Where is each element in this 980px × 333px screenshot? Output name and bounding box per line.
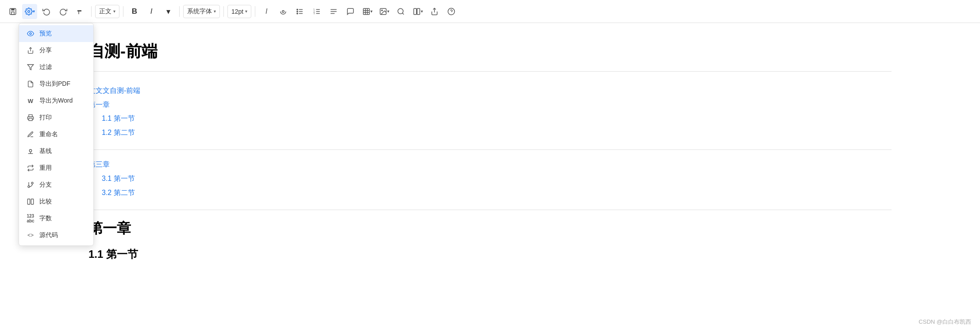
dropdown-item-baseline[interactable]: 基线 xyxy=(19,143,93,160)
toc-link-0[interactable]: 文文文自测-前端 xyxy=(88,85,892,96)
svg-rect-21 xyxy=(363,8,369,15)
align-button[interactable] xyxy=(326,4,341,19)
format-painter-button[interactable] xyxy=(73,4,88,19)
filter-icon xyxy=(26,63,35,72)
dropdown-item-preview[interactable]: 预览 xyxy=(19,25,93,42)
toc-link-3-2[interactable]: 3.2 第二节 xyxy=(102,187,892,199)
divider-5 xyxy=(255,6,255,17)
share-icon xyxy=(26,46,35,55)
comment-button[interactable] xyxy=(343,4,358,19)
toc-link-3[interactable]: 第三章 xyxy=(88,159,892,170)
svg-text:3.: 3. xyxy=(314,12,315,15)
settings-button[interactable]: ▾ xyxy=(22,4,37,19)
print-icon xyxy=(26,113,35,122)
document-content: 自测-前端 文文文自测-前端 第一章 1.1 第一节 1.2 第二节 第三章 3… xyxy=(0,23,980,279)
bullet-list-button[interactable] xyxy=(292,4,307,19)
dropdown-label-branch: 分支 xyxy=(39,181,52,189)
watermark: CSDN @白白布凯西 xyxy=(919,318,971,326)
dropdown-label-preview: 预览 xyxy=(39,30,52,38)
dropdown-item-export-pdf[interactable]: 导出到PDF xyxy=(19,76,93,92)
font-name-chevron: ▾ xyxy=(214,9,216,14)
italic-button[interactable]: I xyxy=(144,4,159,19)
settings-dropdown-menu: 预览 分享 过滤 导出到PDF W 导出为Word xyxy=(19,23,94,246)
dropdown-label-wordcount: 字数 xyxy=(39,214,52,222)
redo-button[interactable] xyxy=(56,4,71,19)
search-button[interactable] xyxy=(393,4,408,19)
svg-rect-45 xyxy=(27,199,30,204)
undo-button[interactable] xyxy=(39,4,54,19)
table-button[interactable]: ▾ xyxy=(360,4,375,19)
dropdown-label-print: 打印 xyxy=(39,114,52,122)
svg-point-43 xyxy=(31,182,33,184)
save-button[interactable] xyxy=(5,4,20,19)
toolbar: ▾ 正文 ▾ B I ▾ xyxy=(0,0,980,23)
paragraph-style-select[interactable]: 正文 ▾ xyxy=(95,5,119,18)
help-button[interactable] xyxy=(444,4,459,19)
dropdown-item-branch[interactable]: 分支 xyxy=(19,176,93,193)
dropdown-item-reuse[interactable]: 重用 xyxy=(19,160,93,176)
image-button[interactable]: ▾ xyxy=(377,4,392,19)
preview-icon xyxy=(26,29,35,38)
dropdown-label-share: 分享 xyxy=(39,46,52,54)
toc-link-1[interactable]: 第一章 xyxy=(88,99,892,111)
toc-link-1-1[interactable]: 1.1 第一节 xyxy=(102,113,892,124)
dropdown-item-share[interactable]: 分享 xyxy=(19,42,93,59)
panel-view-button[interactable]: ▾ xyxy=(410,4,425,19)
dropdown-item-rename[interactable]: 重命名 xyxy=(19,126,93,143)
dropdown-label-reuse: 重用 xyxy=(39,164,52,172)
compare-icon xyxy=(26,197,35,206)
dropdown-item-print[interactable]: 打印 xyxy=(19,109,93,126)
svg-rect-30 xyxy=(414,8,416,15)
rename-icon xyxy=(26,130,35,139)
dropdown-label-baseline: 基线 xyxy=(39,147,52,155)
dropdown-item-export-word[interactable]: W 导出为Word xyxy=(19,92,93,109)
svg-point-44 xyxy=(28,186,30,188)
document-title: 自测-前端 xyxy=(88,41,892,72)
text-format-dropdown-button[interactable]: ▾ xyxy=(161,4,176,19)
dropdown-item-filter[interactable]: 过滤 xyxy=(19,59,93,76)
dropdown-label-compare: 比较 xyxy=(39,198,52,206)
export-button[interactable] xyxy=(427,4,442,19)
dropdown-item-compare[interactable]: 比较 xyxy=(19,193,93,210)
dropdown-item-wordcount[interactable]: 123abc 字数 xyxy=(19,210,93,227)
toc-link-1-2[interactable]: 1.2 第二节 xyxy=(102,127,892,138)
svg-point-11 xyxy=(297,13,298,14)
svg-point-40 xyxy=(29,149,31,152)
paragraph-style-chevron: ▾ xyxy=(113,9,115,14)
dropdown-label-export-word: 导出为Word xyxy=(39,97,73,105)
svg-point-5 xyxy=(282,10,284,12)
divider-4 xyxy=(223,6,224,17)
special-char-button[interactable] xyxy=(276,4,291,19)
font-size-select[interactable]: 12pt ▾ xyxy=(227,5,251,18)
numbered-list-button[interactable]: 1. 2. 3. xyxy=(309,4,324,19)
italic2-button[interactable]: I xyxy=(259,4,274,19)
dropdown-item-sourcecode[interactable]: <> 源代码 xyxy=(19,227,93,244)
divider-2 xyxy=(123,6,123,17)
font-size-chevron: ▾ xyxy=(245,9,247,14)
dropdown-label-export-pdf: 导出到PDF xyxy=(39,80,70,88)
svg-point-27 xyxy=(381,10,382,11)
wordcount-icon: 123abc xyxy=(26,214,35,223)
svg-rect-2 xyxy=(12,11,14,14)
toc-link-3-1[interactable]: 3.1 第一节 xyxy=(102,173,892,184)
svg-point-3 xyxy=(27,10,30,12)
svg-point-28 xyxy=(398,8,404,14)
svg-rect-38 xyxy=(29,118,32,120)
svg-rect-1 xyxy=(11,8,15,11)
font-name-select[interactable]: 系统字体 ▾ xyxy=(183,5,220,18)
bold-button[interactable]: B xyxy=(127,4,142,19)
svg-marker-37 xyxy=(27,65,33,70)
reuse-icon xyxy=(26,164,35,172)
svg-rect-31 xyxy=(417,8,420,15)
export-word-icon: W xyxy=(26,96,35,105)
baseline-icon xyxy=(26,147,35,156)
export-pdf-icon xyxy=(26,80,35,88)
sourcecode-icon: <> xyxy=(26,231,35,240)
toc-section: 文文文自测-前端 第一章 1.1 第一节 1.2 第二节 xyxy=(88,85,892,150)
divider-3 xyxy=(179,6,180,17)
divider-1 xyxy=(91,6,92,17)
dropdown-label-sourcecode: 源代码 xyxy=(39,231,58,239)
svg-point-35 xyxy=(30,33,31,34)
svg-line-29 xyxy=(403,13,404,14)
dropdown-label-rename: 重命名 xyxy=(39,130,58,138)
